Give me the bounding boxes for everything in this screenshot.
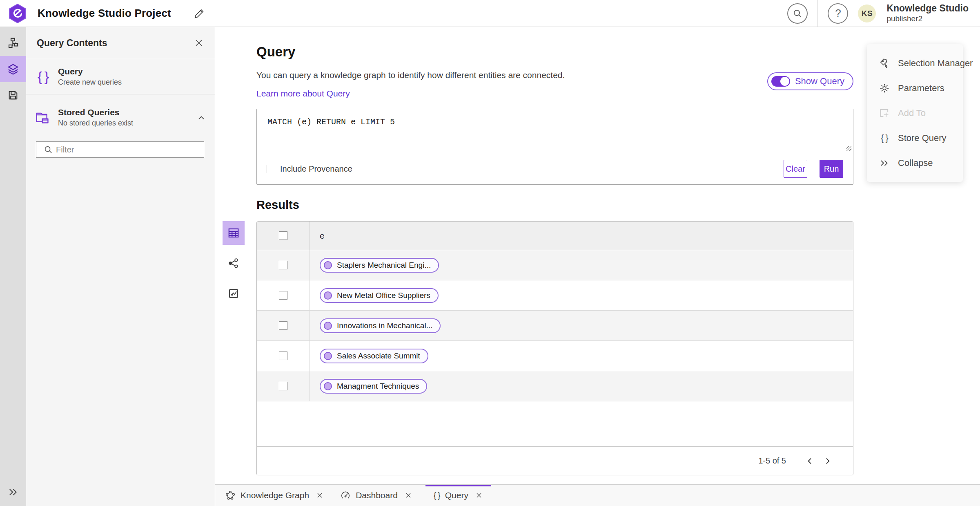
select-all-checkbox[interactable] (279, 231, 287, 240)
braces-icon: { } (33, 69, 52, 85)
results-heading: Results (256, 198, 853, 212)
braces-icon: { } (434, 491, 440, 500)
app-root: Knowledge Studio Project ? (0, 0, 980, 506)
learn-more-link[interactable]: Learn more about Query (256, 89, 350, 99)
panel-title: Query Contents (37, 38, 107, 49)
parameters-button[interactable]: Parameters (867, 76, 963, 101)
hierarchy-icon (7, 37, 19, 49)
edit-title-icon[interactable] (192, 7, 206, 20)
run-button[interactable]: Run (820, 160, 843, 178)
link-chart-view-icon (228, 288, 239, 299)
page-title: Query (256, 44, 853, 60)
panel-header: Query Contents (26, 27, 215, 59)
save-icon (7, 90, 19, 101)
left-icon-rail (0, 27, 26, 506)
entity-dot-icon (324, 322, 332, 330)
filter-input[interactable] (56, 145, 200, 154)
selection-manager-icon (878, 58, 891, 69)
table-empty-space (257, 401, 853, 446)
rail-expand-button[interactable] (0, 484, 26, 500)
panel-item-stored-queries[interactable]: Stored Queries No stored queries exist (26, 100, 215, 135)
table-body: Staplers Mechanical Engi... New Metal Of… (257, 250, 853, 401)
entity-chip[interactable]: Innovations in Mechanical... (320, 318, 441, 333)
rail-item-contents[interactable] (0, 56, 26, 82)
add-to-icon (878, 107, 891, 119)
entity-dot-icon (324, 291, 332, 300)
panel-item-stored-text: Stored Queries No stored queries exist (58, 107, 133, 128)
table-header-row: e (257, 222, 853, 250)
panel-item-query-text: Query Create new queries (58, 67, 122, 87)
table-row: Staplers Mechanical Engi... (257, 250, 853, 280)
gear-icon (878, 83, 891, 94)
tab-dashboard[interactable]: Dashboard (332, 485, 421, 506)
row-checkbox[interactable] (279, 261, 287, 269)
include-provenance-checkbox[interactable] (267, 165, 275, 173)
collapse-icon (878, 158, 891, 168)
toggle-switch[interactable] (771, 76, 790, 87)
query-text-input[interactable]: MATCH (e) RETURN e LIMIT 5 (257, 109, 853, 153)
project-title: Knowledge Studio Project (38, 7, 171, 20)
panel-close-icon[interactable] (192, 36, 206, 50)
entity-chip[interactable]: New Metal Office Suppliers (320, 288, 439, 303)
query-editor-area: MATCH (e) RETURN e LIMIT 5 (257, 109, 853, 153)
row-checkbox[interactable] (279, 382, 287, 390)
bottom-tab-bar: Knowledge Graph Dashboard { } Query (215, 484, 980, 506)
view-table-button[interactable] (223, 221, 245, 245)
help-icon: ? (835, 7, 841, 20)
add-to-button: Add To (867, 101, 963, 125)
user-avatar[interactable]: KS (858, 4, 876, 22)
table-row: Innovations in Mechanical... (257, 311, 853, 341)
toggle-knob (780, 77, 789, 86)
filter-box (36, 141, 204, 158)
tab-query[interactable]: { } Query (425, 485, 491, 506)
tab-knowledge-graph[interactable]: Knowledge Graph (217, 485, 332, 506)
row-checkbox[interactable] (279, 321, 287, 330)
table-row: Sales Associate Summit (257, 341, 853, 371)
search-button[interactable] (788, 4, 807, 23)
view-link-chart-button[interactable] (223, 282, 245, 305)
view-graph-button[interactable] (223, 251, 245, 275)
chevron-up-icon[interactable] (197, 113, 206, 122)
user-name: Knowledge Studio (886, 3, 969, 13)
store-query-button[interactable]: { } Store Query (867, 125, 963, 150)
table-footer: 1-5 of 5 (257, 446, 853, 475)
pagination-next-icon[interactable] (819, 452, 837, 470)
rail-item-save[interactable] (0, 82, 26, 108)
header-actions: ? KS Knowledge Studio publisher2 (777, 0, 980, 27)
help-button[interactable]: ? (829, 4, 847, 23)
entity-chip[interactable]: Sales Associate Summit (320, 349, 428, 363)
resize-handle[interactable] (846, 146, 851, 151)
panel-item-query-subtitle: Create new queries (58, 78, 122, 87)
filter-search-icon (44, 145, 53, 154)
panel-item-query[interactable]: { } Query Create new queries (26, 59, 215, 94)
entity-dot-icon (324, 261, 332, 269)
close-icon[interactable] (316, 491, 324, 499)
query-description: You can query a knowledge graph to ident… (256, 70, 853, 80)
show-query-toggle[interactable]: Show Query (767, 72, 853, 90)
search-icon (793, 9, 802, 18)
query-editor: MATCH (e) RETURN e LIMIT 5 Include Prove… (256, 109, 853, 185)
panel-item-query-title: Query (58, 67, 122, 76)
folder-icon (33, 111, 52, 125)
entity-chip[interactable]: Staplers Mechanical Engi... (320, 258, 439, 273)
entity-chip[interactable]: Managment Techniques (320, 379, 427, 394)
layers-icon (7, 63, 19, 75)
close-icon[interactable] (404, 491, 412, 499)
user-menu[interactable]: Knowledge Studio publisher2 (886, 3, 969, 23)
clear-button[interactable]: Clear (784, 160, 807, 178)
row-checkbox[interactable] (279, 291, 287, 300)
dashboard-icon (340, 490, 351, 501)
pagination-prev-icon[interactable] (801, 452, 819, 470)
results-view-switcher (223, 221, 245, 305)
collapse-button[interactable]: Collapse (867, 150, 963, 175)
query-actions-panel: Selection Manager Parameters Add To { } (867, 44, 963, 182)
rail-item-hierarchy[interactable] (0, 30, 26, 56)
selection-manager-button[interactable]: Selection Manager (867, 51, 963, 76)
row-checkbox[interactable] (279, 352, 287, 360)
graph-view-icon (228, 257, 239, 269)
close-icon[interactable] (475, 491, 483, 499)
header-search-wrap (777, 4, 817, 23)
knowledge-graph-icon (225, 490, 236, 501)
entity-dot-icon (324, 352, 332, 360)
app-header: Knowledge Studio Project ? (0, 0, 980, 27)
